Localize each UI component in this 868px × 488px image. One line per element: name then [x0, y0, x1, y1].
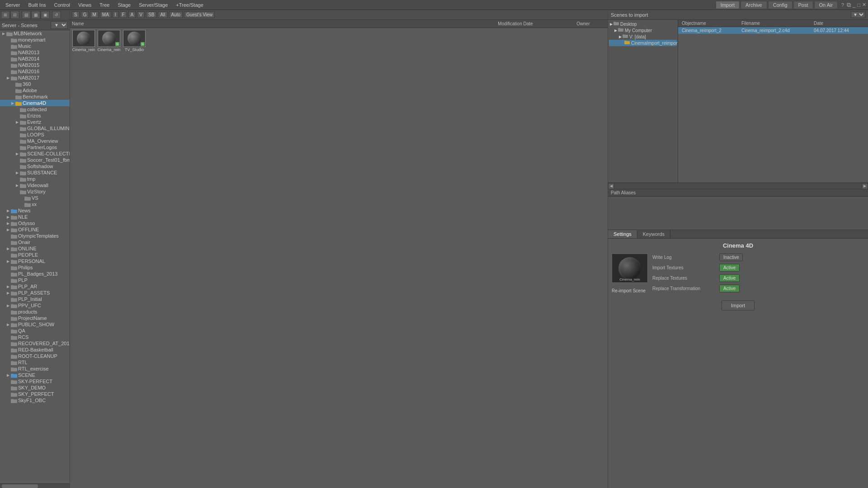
expand-icon[interactable] [14, 126, 20, 131]
archive-button[interactable]: Archive [741, 1, 767, 9]
on-air-button[interactable]: On Air [814, 1, 838, 9]
expand-icon[interactable]: ▶ [14, 170, 20, 175]
tree-item[interactable]: QA [0, 328, 70, 334]
tree-item[interactable]: 360 [0, 81, 70, 87]
expand-icon[interactable]: ▶ [5, 258, 11, 264]
post-button[interactable]: Post [793, 1, 813, 9]
expand-icon[interactable]: ▶ [5, 75, 11, 80]
fb-file-row[interactable]: Cinema_reimport_2Cinema_reimport_2.c4d04… [678, 27, 868, 34]
tree-scrollbar[interactable] [0, 483, 70, 488]
tb-btn-2[interactable]: ⊟ [10, 11, 19, 19]
expand-icon[interactable] [5, 69, 11, 74]
tree-item[interactable]: ▶ PPV_UFC [0, 302, 70, 309]
expand-icon[interactable] [5, 328, 11, 333]
expand-icon[interactable]: ▶ [5, 221, 11, 226]
tree-item[interactable]: ▶ SCENE-COLLECTIO [0, 150, 70, 157]
expand-icon[interactable] [5, 239, 11, 245]
expand-icon[interactable]: ▶ [14, 151, 20, 156]
tree-item[interactable]: RCS [0, 334, 70, 340]
filter-btn-all[interactable]: All [158, 11, 167, 18]
expand-icon[interactable] [5, 233, 11, 239]
expand-icon[interactable] [5, 265, 11, 270]
tb-btn-6[interactable]: ↺ [52, 11, 61, 19]
expand-icon[interactable] [14, 189, 20, 194]
tree-item[interactable]: VizStory [0, 188, 70, 195]
tree-item[interactable]: ▶ Evertz [0, 119, 70, 125]
fb-expand-icon[interactable]: ▶ [610, 22, 613, 26]
tree-item[interactable]: Erizos [0, 113, 70, 119]
expand-icon[interactable] [5, 353, 11, 359]
status-badge[interactable]: Active [719, 264, 740, 272]
expand-icon[interactable] [5, 366, 11, 371]
expand-icon[interactable] [14, 107, 20, 112]
fb-tree-item[interactable]: ▶ My Computer [609, 27, 677, 33]
expand-icon[interactable] [5, 385, 11, 390]
file-thumb[interactable]: STV_Studio [123, 30, 146, 52]
tree-item[interactable]: NAB2015 [0, 62, 70, 68]
expand-icon[interactable]: ▶ [14, 183, 20, 188]
tree-item[interactable]: PLP [0, 277, 70, 283]
tab-settings[interactable]: Settings [608, 230, 637, 238]
maximize-icon[interactable]: □ [857, 2, 860, 8]
menu-tree[interactable]: Tree [96, 1, 113, 9]
tree-item[interactable]: collected [0, 106, 70, 113]
expand-icon[interactable] [14, 176, 20, 182]
tb-btn-5[interactable]: ▣ [41, 11, 50, 19]
tree-item[interactable]: ▶ News [0, 207, 70, 214]
menu-builtins[interactable]: Built Ins [24, 1, 49, 9]
tree-item[interactable]: ▶ SCENE [0, 372, 70, 378]
expand-icon[interactable] [5, 271, 11, 277]
tree-item[interactable]: RECOVERED_AT_201 [0, 340, 70, 347]
fb-tree-item[interactable]: ▶ V: [data] [609, 33, 677, 40]
expand-icon[interactable] [5, 334, 11, 340]
tree-item[interactable]: ▶ PLP_AR [0, 283, 70, 290]
tree-item[interactable]: ▶ Videowall [0, 182, 70, 188]
expand-icon[interactable]: ▶ [5, 303, 11, 308]
tree-item[interactable]: products [0, 309, 70, 315]
tree-item[interactable]: ▶ PLP_ASSETS [0, 290, 70, 296]
scroll-right[interactable]: ▶ [862, 183, 868, 189]
tree-item[interactable]: ▶ NLE [0, 214, 70, 220]
tree-item[interactable]: MA_Overview [0, 138, 70, 144]
filter-btn-ma[interactable]: MA [100, 11, 111, 18]
expand-icon[interactable] [5, 341, 11, 346]
tree-item[interactable]: Philips [0, 264, 70, 271]
tree-item[interactable]: RTL_exercise [0, 366, 70, 372]
menu-server[interactable]: Server [2, 1, 24, 9]
expand-icon[interactable] [10, 88, 15, 93]
tree-item[interactable]: RTL [0, 359, 70, 366]
expand-icon[interactable] [5, 296, 11, 302]
tree-item[interactable]: Onair [0, 239, 70, 245]
tree-item[interactable]: LOOPS [0, 131, 70, 138]
expand-icon[interactable] [5, 50, 11, 55]
tree-item[interactable]: tmp [0, 176, 70, 182]
tree-item[interactable]: PEOPLE [0, 252, 70, 258]
file-thumb[interactable]: SCinema_rein [97, 30, 121, 52]
tree-item[interactable]: PL_Badges_2013 [0, 271, 70, 277]
expand-icon[interactable] [19, 202, 24, 207]
expand-icon[interactable]: ▶ [5, 214, 11, 220]
expand-icon[interactable] [14, 132, 20, 137]
expand-icon[interactable]: ▶ [5, 208, 11, 213]
expand-icon[interactable]: ▶ [5, 290, 11, 296]
expand-icon[interactable] [5, 56, 11, 61]
filter-btn-m[interactable]: M [90, 11, 98, 18]
tree-item[interactable]: ROOT-CLEANUP [0, 353, 70, 359]
expand-icon[interactable] [5, 252, 11, 258]
expand-icon[interactable]: ▶ [14, 119, 20, 125]
scroll-left[interactable]: ◀ [608, 183, 614, 189]
file-thumb[interactable]: Cinema_rein [72, 30, 95, 52]
expand-icon[interactable]: ▶ [5, 322, 11, 327]
expand-icon[interactable] [19, 195, 24, 201]
config-button[interactable]: Config [768, 1, 793, 9]
scenes-dropdown[interactable]: ▼ [851, 11, 865, 18]
tree-item[interactable]: moneysmart [0, 37, 70, 43]
status-badge[interactable]: Active [719, 274, 740, 282]
tb-btn-4[interactable]: ▦ [31, 11, 40, 19]
tree-item[interactable]: Benchmark [0, 94, 70, 100]
expand-icon[interactable] [5, 37, 11, 42]
tree-item[interactable]: ▶ PERSONAL [0, 258, 70, 264]
help-icon[interactable]: ? [841, 2, 844, 8]
filter-btn-i[interactable]: I [113, 11, 118, 18]
tree-item[interactable]: Softshadow [0, 163, 70, 169]
